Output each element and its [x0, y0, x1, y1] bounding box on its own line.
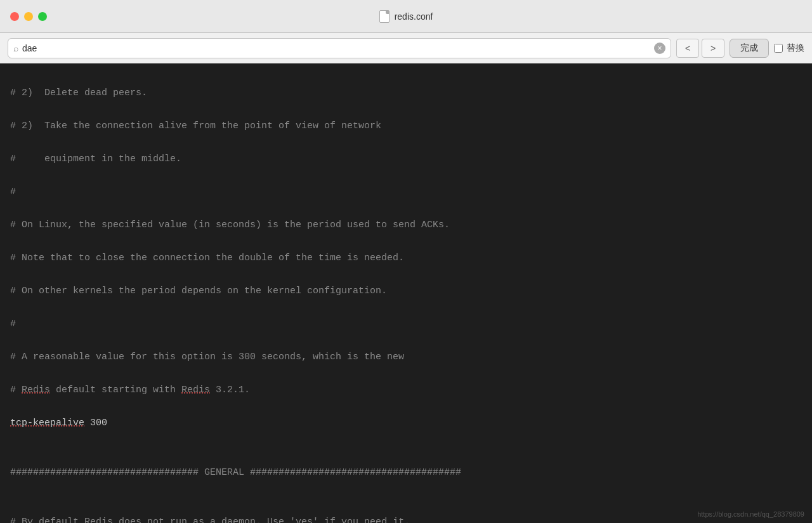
search-input[interactable] — [22, 43, 650, 53]
done-button[interactable]: 完成 — [730, 39, 769, 58]
search-nav-buttons: < > — [676, 39, 724, 58]
search-prev-button[interactable]: < — [676, 39, 699, 58]
code-line: tcp-keepalive 300 — [10, 415, 802, 432]
window-controls — [10, 12, 47, 21]
replace-checkbox[interactable] — [774, 44, 783, 53]
watermark: https://blog.csdn.net/qq_28379809 — [697, 510, 804, 518]
file-icon — [379, 10, 390, 23]
code-line: # Redis default starting with Redis 3.2.… — [10, 382, 802, 399]
code-area: # 2) Delete dead peers. # 2) Take the co… — [0, 63, 812, 523]
code-line: # — [10, 184, 802, 201]
code-line: # On other kernels the period depends on… — [10, 283, 802, 300]
search-next-button[interactable]: > — [702, 39, 724, 58]
search-bar: ⌕ × < > 完成 替換 — [0, 33, 812, 63]
replace-option: 替換 — [774, 43, 804, 54]
minimize-button[interactable] — [24, 12, 33, 21]
replace-label: 替換 — [787, 43, 804, 54]
code-line: # — [10, 316, 802, 333]
window-title-area: redis.conf — [379, 10, 433, 23]
code-line: # 2) Delete dead peers. — [10, 85, 802, 102]
code-line: # A reasonable value for this option is … — [10, 349, 802, 366]
maximize-button[interactable] — [38, 12, 47, 21]
code-line: # equipment in the middle. — [10, 151, 802, 168]
search-field-wrapper: ⌕ × — [8, 38, 671, 58]
code-line: ################################# GENERA… — [10, 465, 802, 481]
code-line: # 2) Take the connection alive from the … — [10, 118, 802, 135]
search-icon: ⌕ — [13, 43, 18, 53]
clear-search-button[interactable]: × — [654, 43, 665, 54]
code-line: # On Linux, the specified value (in seco… — [10, 217, 802, 234]
code-line: # Note that to close the connection the … — [10, 250, 802, 267]
close-button[interactable] — [10, 12, 19, 21]
code-line: # By default Redis does not run as a dae… — [10, 514, 802, 523]
window-title: redis.conf — [395, 11, 433, 22]
code-content: # 2) Delete dead peers. # 2) Take the co… — [0, 63, 812, 523]
title-bar: redis.conf — [0, 0, 812, 33]
